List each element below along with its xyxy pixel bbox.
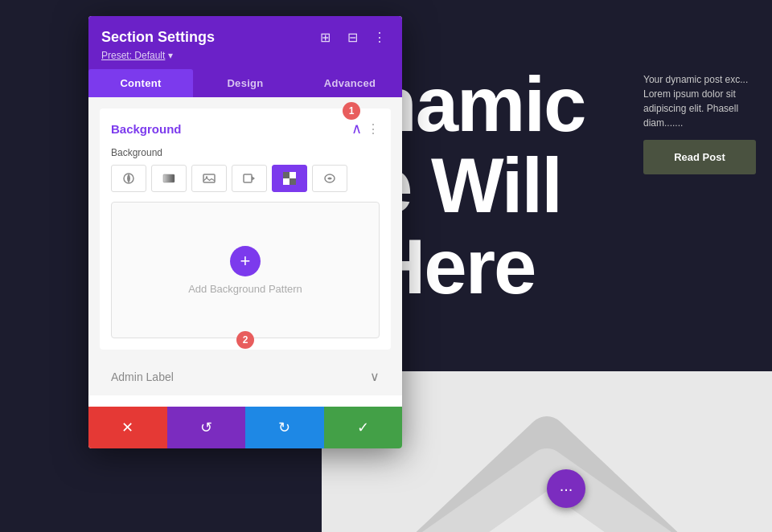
svg-marker-5 (252, 176, 255, 181)
panel-title: Section Settings (101, 29, 215, 46)
add-pattern-button[interactable]: + (230, 246, 261, 276)
svg-rect-4 (244, 174, 252, 182)
fab-icon: ··· (560, 480, 573, 498)
side-card: Your dynamic post exc... Lorem ipsum dol… (643, 72, 756, 174)
admin-label-text: Admin Label (111, 370, 174, 383)
bg-label: Background (111, 147, 380, 158)
checker-pattern-icon (283, 172, 296, 185)
side-card-text: Your dynamic post exc... Lorem ipsum dol… (643, 72, 756, 130)
badge-1: 1 (343, 102, 360, 120)
panel-header: Section Settings ⊞ ⊟ ⋮ Preset: Default ▾ (88, 16, 402, 69)
tab-advanced[interactable]: Advanced (298, 69, 402, 97)
fab-button[interactable]: ··· (547, 469, 585, 508)
save-icon: ✓ (357, 419, 369, 436)
bg-type-gradient[interactable] (151, 165, 187, 192)
preset-label[interactable]: Preset: Default ▾ (101, 50, 389, 61)
badge-2: 2 (236, 331, 254, 349)
svg-rect-1 (163, 174, 175, 182)
add-pattern-label: Add Background Pattern (188, 283, 302, 295)
read-post-button[interactable]: Read Post (643, 140, 756, 174)
columns-icon[interactable]: ⊟ (343, 27, 362, 47)
background-title: Background (111, 122, 182, 136)
cancel-button[interactable]: ✕ (88, 407, 167, 448)
section-menu-icon[interactable]: ⋮ (367, 121, 380, 137)
bg-type-image[interactable] (191, 165, 227, 192)
collapse-icon[interactable]: ∧ (351, 120, 362, 137)
panel-header-top: Section Settings ⊞ ⊟ ⋮ (101, 27, 389, 47)
bg-type-mask[interactable] (312, 165, 347, 192)
settings-panel: Section Settings ⊞ ⊟ ⋮ Preset: Default ▾… (88, 16, 402, 448)
hero-text: namic e Will Here (370, 64, 585, 307)
save-button[interactable]: ✓ (324, 407, 403, 448)
cancel-icon: ✕ (121, 419, 133, 436)
admin-chevron-icon: ∨ (370, 369, 380, 384)
bg-type-pattern[interactable] (272, 165, 307, 192)
panel-body: 1 Background ∧ ⋮ Background (88, 97, 402, 395)
redo-icon: ↻ (278, 419, 290, 436)
panel-footer: ✕ ↺ ↻ ✓ (88, 407, 402, 448)
admin-label-section[interactable]: Admin Label ∨ (100, 358, 391, 395)
background-controls: ∧ ⋮ (351, 120, 380, 137)
tab-design[interactable]: Design (193, 69, 298, 97)
expand-icon[interactable]: ⊞ (315, 27, 335, 47)
bg-type-color[interactable] (111, 165, 146, 192)
background-pattern-area[interactable]: + Add Background Pattern 2 (111, 202, 380, 338)
background-section-block: 1 Background ∧ ⋮ Background (100, 108, 391, 350)
background-block-header: Background ∧ ⋮ (111, 120, 380, 137)
more-icon[interactable]: ⋮ (370, 27, 389, 47)
panel-header-icons: ⊞ ⊟ ⋮ (315, 27, 389, 47)
redo-button[interactable]: ↻ (245, 407, 324, 448)
tab-content[interactable]: Content (88, 69, 193, 97)
undo-button[interactable]: ↺ (167, 407, 246, 448)
bg-type-icons (111, 165, 380, 192)
chevron-svg (410, 403, 684, 532)
undo-icon: ↺ (200, 419, 212, 436)
bg-type-video[interactable] (232, 165, 267, 192)
svg-rect-2 (203, 174, 215, 182)
panel-tabs: Content Design Advanced (88, 69, 402, 97)
